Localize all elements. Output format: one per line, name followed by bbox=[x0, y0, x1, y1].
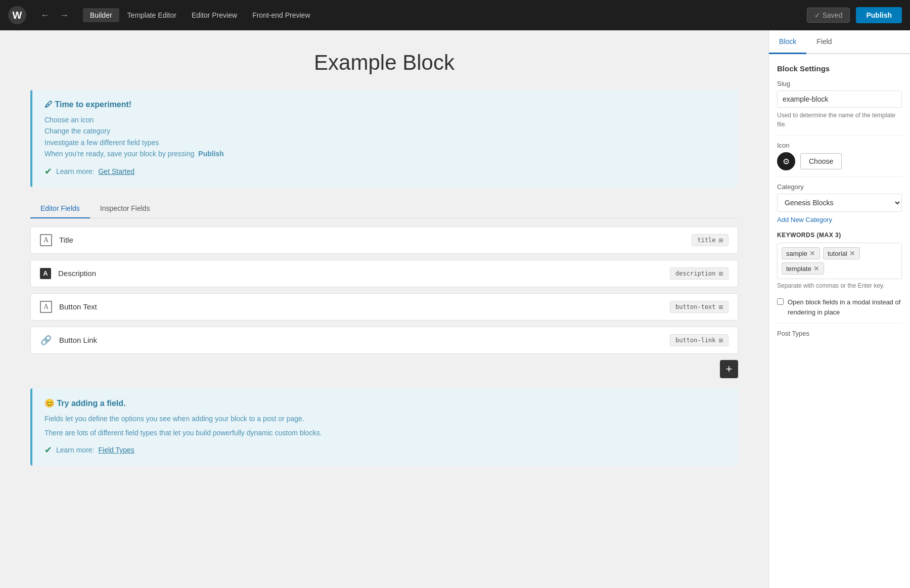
button-link-field-icon: 🔗 bbox=[40, 335, 52, 346]
field-types-link[interactable]: Field Types bbox=[98, 446, 134, 454]
experiment-line1: Choose an icon bbox=[44, 114, 726, 125]
fields-tabs: Editor Fields Inspector Fields bbox=[30, 199, 738, 218]
sidebar-divider-3 bbox=[777, 323, 902, 324]
field-row-button-link: 🔗 Button Link button-link ⊞ bbox=[30, 327, 738, 354]
description-field-badge[interactable]: description ⊞ bbox=[670, 267, 729, 280]
learn-more-prefix: Learn more: bbox=[56, 167, 94, 175]
get-started-link[interactable]: Get Started bbox=[98, 167, 134, 175]
field-row-description: A Description description ⊞ bbox=[30, 260, 738, 287]
button-text-field-label: Button Text bbox=[59, 302, 663, 311]
title-field-label: Title bbox=[59, 236, 685, 244]
publish-button[interactable]: Publish bbox=[856, 7, 902, 23]
title-field-badge[interactable]: title ⊞ bbox=[692, 234, 729, 246]
open-modal-row: Open block fields in a modal instead of … bbox=[777, 297, 902, 317]
add-field-button[interactable]: + bbox=[720, 360, 738, 378]
category-label: Category bbox=[777, 183, 902, 191]
keywords-label: KEYWORDS (MAX 3) bbox=[777, 232, 902, 239]
try-adding-check-icon: ✔ bbox=[44, 444, 52, 456]
icon-row: ⚙ Choose bbox=[777, 152, 902, 170]
button-text-field-icon: A bbox=[40, 301, 52, 313]
button-link-field-label: Button Link bbox=[59, 336, 663, 344]
open-modal-label: Open block fields in a modal instead of … bbox=[788, 297, 902, 317]
sidebar-tab-field[interactable]: Field bbox=[806, 30, 842, 54]
experiment-publish-prompt: When you're ready, save your block by pr… bbox=[44, 148, 726, 159]
topbar: W ← → Builder Template Editor Editor Pre… bbox=[0, 0, 910, 30]
add-button-row: + bbox=[30, 360, 738, 378]
sidebar-content: Block Settings Slug Used to determine th… bbox=[769, 54, 910, 350]
experiment-title: 🖊 Time to experiment! bbox=[44, 100, 726, 109]
description-field-icon: A bbox=[40, 268, 51, 279]
topbar-links: Builder Template Editor Editor Preview F… bbox=[83, 8, 317, 22]
topbar-nav: ← → bbox=[36, 8, 73, 23]
field-row-title: A Title title ⊞ bbox=[30, 227, 738, 254]
slug-label: Slug bbox=[777, 80, 902, 87]
choose-icon-button[interactable]: Choose bbox=[800, 153, 842, 169]
try-adding-box: 😊 Try adding a field. Fields let you def… bbox=[30, 388, 738, 466]
keyword-tag-tutorial: tutorial ✕ bbox=[823, 247, 860, 259]
keyword-tutorial-remove[interactable]: ✕ bbox=[849, 249, 855, 257]
nav-builder[interactable]: Builder bbox=[83, 8, 119, 22]
description-badge-icon[interactable]: ⊞ bbox=[719, 269, 723, 278]
block-settings-title: Block Settings bbox=[777, 64, 902, 73]
try-adding-line1: Fields let you define the options you se… bbox=[44, 413, 726, 424]
sidebar-tab-block[interactable]: Block bbox=[769, 30, 806, 54]
keywords-hint: Separate with commas or the Enter key. bbox=[777, 282, 902, 289]
button-text-field-badge[interactable]: button-text ⊞ bbox=[670, 301, 729, 313]
button-link-badge-icon[interactable]: ⊞ bbox=[719, 336, 723, 344]
try-adding-title: 😊 Try adding a field. bbox=[44, 398, 726, 408]
add-category-link[interactable]: Add New Category bbox=[777, 216, 902, 223]
category-select[interactable]: Genesis Blocks Common Formatting Layout … bbox=[777, 194, 902, 212]
icon-label: Icon bbox=[777, 142, 902, 149]
nav-frontend-preview[interactable]: Front-end Preview bbox=[245, 8, 317, 22]
try-adding-line2: There are lots of different field types … bbox=[44, 427, 726, 438]
keyword-tag-template: template ✕ bbox=[782, 262, 824, 275]
icon-preview: ⚙ bbox=[777, 152, 795, 170]
check-circle-icon: ✔ bbox=[44, 166, 52, 177]
tab-inspector-fields[interactable]: Inspector Fields bbox=[90, 199, 160, 218]
title-badge-icon[interactable]: ⊞ bbox=[719, 236, 723, 244]
keyword-sample-text: sample bbox=[786, 250, 807, 257]
keywords-section: KEYWORDS (MAX 3) sample ✕ tutorial ✕ tem… bbox=[777, 232, 902, 289]
description-field-label: Description bbox=[58, 269, 663, 278]
post-types-label: Post Types bbox=[777, 330, 902, 337]
sidebar-tabs: Block Field bbox=[769, 30, 910, 54]
keyword-sample-remove[interactable]: ✕ bbox=[809, 249, 815, 257]
slug-input[interactable] bbox=[777, 91, 902, 108]
nav-editor-preview[interactable]: Editor Preview bbox=[185, 8, 244, 22]
try-adding-learn-more: ✔ Learn more: Field Types bbox=[44, 444, 726, 456]
experiment-box: 🖊 Time to experiment! Choose an icon Cha… bbox=[30, 90, 738, 187]
keyword-template-remove[interactable]: ✕ bbox=[813, 264, 820, 273]
nav-template-editor[interactable]: Template Editor bbox=[120, 8, 184, 22]
keyword-tag-sample: sample ✕ bbox=[782, 247, 820, 259]
forward-button[interactable]: → bbox=[56, 8, 73, 23]
block-title: Example Block bbox=[30, 51, 738, 75]
try-adding-prefix: Learn more: bbox=[56, 446, 94, 454]
experiment-learn-more: ✔ Learn more: Get Started bbox=[44, 166, 726, 177]
editor-area: Example Block 🖊 Time to experiment! Choo… bbox=[0, 30, 768, 588]
button-text-badge-text: button-text bbox=[675, 303, 715, 310]
field-row-button-text: A Button Text button-text ⊞ bbox=[30, 293, 738, 321]
button-link-badge-text: button-link bbox=[675, 337, 715, 344]
title-badge-text: title bbox=[697, 237, 715, 244]
saved-badge: ✓ Saved bbox=[807, 8, 850, 23]
button-text-badge-icon[interactable]: ⊞ bbox=[719, 303, 723, 311]
topbar-right: ✓ Saved Publish bbox=[807, 7, 902, 23]
sidebar-divider-1 bbox=[777, 135, 902, 135]
open-modal-checkbox[interactable] bbox=[777, 298, 784, 305]
description-badge-text: description bbox=[675, 270, 715, 277]
main-layout: Example Block 🖊 Time to experiment! Choo… bbox=[0, 30, 910, 588]
right-sidebar: Block Field Block Settings Slug Used to … bbox=[768, 30, 910, 588]
back-button[interactable]: ← bbox=[36, 8, 54, 23]
sidebar-divider-2 bbox=[777, 176, 902, 177]
experiment-line3: Investigate a few different field types bbox=[44, 137, 726, 148]
title-field-icon: A bbox=[40, 234, 52, 246]
keyword-tutorial-text: tutorial bbox=[828, 250, 847, 257]
slug-hint: Used to determine the name of the templa… bbox=[777, 111, 902, 129]
keywords-box[interactable]: sample ✕ tutorial ✕ template ✕ bbox=[777, 243, 902, 279]
button-link-field-badge[interactable]: button-link ⊞ bbox=[670, 334, 729, 346]
keyword-template-text: template bbox=[786, 265, 811, 273]
tab-editor-fields[interactable]: Editor Fields bbox=[30, 199, 90, 218]
wp-logo: W bbox=[8, 6, 26, 24]
experiment-line2: Change the category bbox=[44, 125, 726, 137]
icon-preview-letter: ⚙ bbox=[783, 157, 790, 166]
